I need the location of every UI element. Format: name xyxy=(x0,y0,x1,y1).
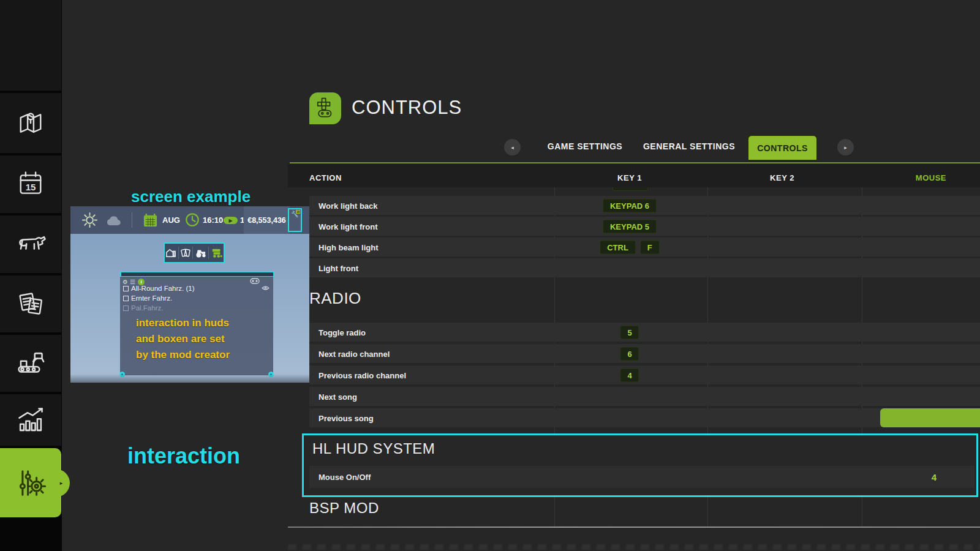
hud-money: €8,553,436 xyxy=(247,216,286,225)
vehicle-list-item: Pal.Fahrz. xyxy=(123,304,163,312)
sidebar-item-settings-active[interactable]: ▸ xyxy=(0,448,61,517)
vehicle-list-item: All-Round Fahrz. (1) xyxy=(123,285,195,292)
sidebar-item-production[interactable] xyxy=(0,335,61,392)
partial-key-badge xyxy=(612,187,648,192)
production-icon xyxy=(14,347,47,380)
sidebar-item-contracts[interactable] xyxy=(0,276,61,332)
money-section: €8,553,436 xyxy=(244,206,290,234)
chevron-right-icon: ▸ xyxy=(844,144,847,151)
tabs-prev-button[interactable]: ◂ xyxy=(504,139,521,156)
tab-general-settings[interactable]: GENERAL SETTINGS xyxy=(643,141,735,151)
section-title-hl-hud-system: HL HUD SYSTEM xyxy=(312,440,435,457)
mouse-binding-highlight[interactable] xyxy=(880,408,980,427)
divider xyxy=(208,247,209,259)
gamepad-icon xyxy=(314,97,337,120)
vehicle-label: Pal.Fahrz. xyxy=(131,304,163,312)
action-label: Light front xyxy=(318,263,358,272)
sidebar-item-map[interactable] xyxy=(0,93,61,153)
table-row[interactable]: Mouse On/Off 4 xyxy=(309,466,974,488)
table-row[interactable]: Work light front KEYPAD 5 xyxy=(309,217,980,236)
clock-icon xyxy=(185,212,200,227)
table-row[interactable]: Next song xyxy=(309,387,980,406)
table-row[interactable]: Light front xyxy=(309,258,980,277)
action-label: Next radio channel xyxy=(318,349,390,358)
hl-hud-system-highlight-box: HL HUD SYSTEM Mouse On/Off 4 xyxy=(302,433,978,497)
divider xyxy=(132,212,132,228)
key-badge[interactable]: KEYPAD 5 xyxy=(603,219,657,233)
play-icon: ▶ xyxy=(228,218,232,223)
table-row[interactable]: High beam light CTRL F xyxy=(309,238,980,257)
controls-app-icon xyxy=(309,92,341,124)
table-row[interactable]: Previous song xyxy=(309,408,980,427)
tractor-icon xyxy=(195,248,207,258)
table-row[interactable]: Work light back KEYPAD 6 xyxy=(309,196,980,215)
checkbox-icon xyxy=(123,286,129,291)
key-badge[interactable]: 6 xyxy=(620,347,639,361)
action-label: Work light back xyxy=(318,201,378,210)
hud-month: AUG xyxy=(162,216,180,225)
screenshot-bottom-fade xyxy=(70,374,309,383)
calendar-day-label: 15 xyxy=(26,182,36,192)
action-label: Mouse On/Off xyxy=(318,473,371,482)
checkbox-icon xyxy=(123,305,129,311)
chevron-left-icon: ◂ xyxy=(511,144,514,151)
statistics-icon xyxy=(14,403,47,437)
vehicle-hud-panel: ⚙ ☰ i All-Round Fahrz. (1) Ernter Fahrz.… xyxy=(120,277,273,375)
tab-game-settings[interactable]: GAME SETTINGS xyxy=(548,141,622,151)
divider xyxy=(192,247,193,259)
sidebar-item-blank xyxy=(0,0,61,91)
table-row[interactable]: Toggle radio 5 xyxy=(309,323,980,342)
key-badge[interactable]: KEYPAD 6 xyxy=(603,198,657,212)
vehicle-label: All-Round Fahrz. (1) xyxy=(131,285,195,292)
key-badge[interactable]: 5 xyxy=(620,325,639,339)
page-title: CONTROLS xyxy=(352,97,462,119)
fields-icon xyxy=(180,248,191,258)
calendar-icon xyxy=(143,212,158,228)
eye-icon xyxy=(262,285,270,291)
tab-underline xyxy=(290,162,980,163)
action-label: Previous radio channel xyxy=(318,370,406,380)
table-row[interactable]: Previous radio channel 4 xyxy=(309,365,980,384)
col-header-key1: KEY 1 xyxy=(617,173,642,182)
harvester-icon xyxy=(211,247,223,258)
sidebar-item-statistics[interactable] xyxy=(0,394,61,446)
key-badge[interactable]: F xyxy=(640,240,660,254)
sidebar-item-animals[interactable] xyxy=(0,216,61,273)
cow-icon xyxy=(14,228,47,261)
section-title-radio: RADIO xyxy=(309,289,361,308)
gamepad-badge-icon xyxy=(250,278,260,284)
map-icon xyxy=(15,107,47,139)
col-header-mouse: MOUSE xyxy=(916,173,946,182)
col-header-key2: KEY 2 xyxy=(770,173,794,182)
clipped-bottom-row xyxy=(288,544,980,550)
time-scale-pill: ▶ xyxy=(224,217,238,224)
sun-icon xyxy=(81,212,98,228)
chevron-right-icon: ▸ xyxy=(60,480,63,486)
col-header-action: ACTION xyxy=(309,173,342,182)
key-badge[interactable]: CTRL xyxy=(600,240,636,254)
action-label: Toggle radio xyxy=(318,328,366,337)
table-row[interactable]: Next radio channel 6 xyxy=(309,344,980,363)
screen-example-image: AUG 16:10 ▶ 1 €8,553,436 🔧 18 ⚙ ☰ i xyxy=(70,206,309,383)
active-tab-notch: ▸ xyxy=(53,469,70,497)
sidebar-item-calendar[interactable]: 15 xyxy=(0,156,61,213)
hud-toolbar-selection xyxy=(164,242,225,263)
vehicle-list-item: Ernter Fahrz. xyxy=(123,294,172,302)
divider xyxy=(178,247,179,259)
hud-time: 16:10 xyxy=(203,216,223,225)
game-hud-topbar: AUG 16:10 ▶ 1 €8,553,436 🔧 18 xyxy=(70,206,309,234)
key-badge[interactable]: 4 xyxy=(620,368,639,382)
hud-edit-selection-box: 🔧 18 xyxy=(288,208,302,232)
annotation-interaction: interaction xyxy=(127,443,240,469)
action-label: Work light front xyxy=(318,222,378,231)
mouse-binding-value[interactable]: 4 xyxy=(932,472,937,482)
bottom-divider xyxy=(288,527,980,528)
vehicle-label: Ernter Fahrz. xyxy=(131,294,172,302)
tab-controls[interactable]: CONTROLS xyxy=(748,136,816,160)
annotation-screen-example: screen example xyxy=(131,187,251,206)
barn-icon xyxy=(165,248,176,258)
action-label: High beam light xyxy=(318,242,379,252)
tabs-next-button[interactable]: ▸ xyxy=(837,139,854,156)
settings-icon xyxy=(13,466,48,500)
contracts-icon xyxy=(15,288,47,320)
